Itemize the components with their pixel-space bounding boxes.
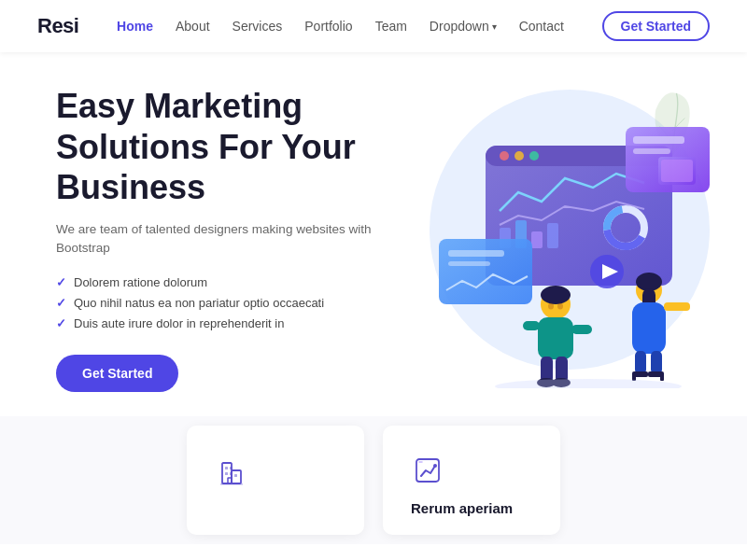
nav-item-dropdown[interactable]: Dropdown ▾ — [430, 19, 497, 34]
card-2: Rerum aperiam — [383, 426, 560, 535]
checklist-item-1: Dolorem ratione dolorum — [56, 275, 411, 289]
hero-illustration-svg — [411, 90, 728, 388]
svg-rect-16 — [661, 160, 693, 182]
nav-item-team[interactable]: Team — [375, 18, 407, 35]
svg-point-4 — [529, 151, 539, 161]
svg-rect-13 — [633, 136, 684, 144]
navbar: Resi Home About Services Portfolio Team … — [0, 0, 747, 52]
svg-rect-50 — [230, 472, 233, 475]
hero-subtitle: We are team of talented designers making… — [56, 220, 411, 259]
nav-link-home[interactable]: Home — [117, 19, 153, 34]
cards-section: Rerum aperiam — [0, 416, 747, 544]
svg-rect-38 — [635, 351, 646, 374]
nav-link-portfolio[interactable]: Portfolio — [304, 19, 352, 34]
chart-icon — [411, 454, 444, 491]
svg-point-23 — [541, 286, 571, 304]
svg-rect-39 — [651, 351, 662, 374]
svg-rect-17 — [439, 239, 532, 304]
svg-rect-42 — [632, 373, 636, 381]
svg-rect-7 — [531, 231, 543, 248]
nav-links: Home About Services Portfolio Team Dropd… — [117, 18, 564, 35]
hero-cta-button[interactable]: Get Started — [56, 355, 178, 392]
hero-content: Easy Marketing Solutions For Your Busine… — [56, 86, 411, 391]
svg-rect-18 — [448, 250, 504, 257]
hero-illustration-area — [411, 80, 728, 398]
hero-checklist: Dolorem ratione dolorum Quo nihil natus … — [56, 275, 411, 330]
svg-rect-14 — [633, 148, 670, 154]
hero-section: Easy Marketing Solutions For Your Busine… — [0, 52, 747, 416]
chevron-down-icon: ▾ — [492, 21, 497, 32]
svg-rect-19 — [448, 261, 490, 266]
nav-item-contact[interactable]: Contact — [519, 18, 564, 35]
nav-item-about[interactable]: About — [176, 18, 210, 35]
brand-logo: Resi — [37, 14, 78, 38]
nav-link-contact[interactable]: Contact — [519, 19, 564, 34]
nav-link-services[interactable]: Services — [233, 19, 283, 34]
checklist-item-2: Quo nihil natus ea non pariatur optio oc… — [56, 296, 411, 310]
svg-rect-8 — [547, 223, 558, 248]
building-icon — [215, 454, 248, 491]
svg-rect-26 — [571, 325, 592, 334]
svg-point-2 — [500, 151, 509, 161]
svg-rect-37 — [664, 302, 690, 311]
nav-item-portfolio[interactable]: Portfolio — [304, 18, 352, 35]
svg-rect-36 — [632, 302, 666, 354]
nav-cta-button[interactable]: Get Started — [602, 11, 710, 41]
nav-link-team[interactable]: Team — [375, 19, 407, 34]
svg-rect-51 — [234, 474, 237, 477]
nav-item-services[interactable]: Services — [233, 18, 283, 35]
svg-rect-24 — [538, 317, 573, 359]
svg-point-55 — [433, 464, 437, 468]
card-2-title: Rerum aperiam — [411, 500, 513, 516]
nav-link-about[interactable]: About — [176, 19, 210, 34]
svg-rect-48 — [230, 467, 233, 469]
hero-title: Easy Marketing Solutions For Your Busine… — [56, 86, 411, 207]
svg-point-3 — [514, 151, 524, 161]
svg-rect-53 — [228, 478, 232, 483]
svg-point-32 — [557, 303, 563, 310]
svg-rect-49 — [225, 472, 228, 475]
svg-point-31 — [548, 303, 554, 310]
svg-point-44 — [495, 379, 682, 388]
svg-rect-25 — [523, 321, 540, 330]
svg-rect-47 — [225, 467, 228, 469]
svg-rect-43 — [660, 373, 664, 381]
nav-link-dropdown[interactable]: Dropdown ▾ — [430, 19, 497, 34]
checklist-item-3: Duis aute irure dolor in reprehenderit i… — [56, 316, 411, 330]
nav-item-home[interactable]: Home — [117, 18, 153, 35]
card-1 — [187, 426, 364, 535]
